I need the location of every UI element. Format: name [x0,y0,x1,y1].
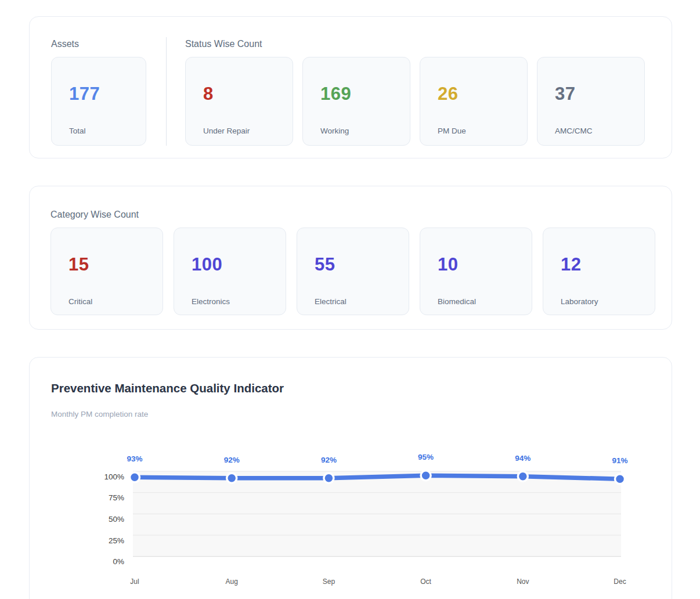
stat-tile-amc-cmc: 37 AMC/CMC [537,57,645,146]
stat-value-total: 177 [69,85,146,103]
stat-label-pm-due: PM Due [438,127,527,135]
stat-value-under-repair: 8 [203,85,293,103]
y-axis-tick-50%: 50% [109,515,124,524]
stat-label-electronics: Electronics [192,297,286,306]
x-axis-tick-Oct: Oct [420,578,431,586]
data-point-Dec[interactable] [615,474,625,484]
stat-tile-biomedical: 10 Biomedical [420,228,532,315]
stat-tile-laboratory: 12 Laboratory [543,228,655,315]
data-label-Jul: 93% [127,454,142,463]
pm-quality-card: Preventive Maintenance Quality Indicator… [29,357,672,599]
stat-value-pm-due: 26 [438,85,527,103]
stat-tile-total: 177 Total [51,57,146,146]
status-section-title: Status Wise Count [185,39,672,49]
stat-value-working: 169 [320,85,410,103]
stat-label-total: Total [69,127,146,135]
category-card: Category Wise Count 15 Critical 100 Elec… [29,186,672,330]
assets-status-card: Assets 177 Total Status Wise Count 8 Und… [29,16,672,158]
y-axis-tick-0%: 0% [113,557,124,566]
x-axis-tick-Jul: Jul [130,578,139,586]
stat-label-working: Working [320,127,410,135]
data-point-Nov[interactable] [518,471,528,481]
x-axis-tick-Dec: Dec [614,578,626,586]
stat-value-laboratory: 12 [561,255,655,273]
stat-tile-critical: 15 Critical [50,228,163,315]
pm-rate-line [135,475,620,479]
data-label-Nov: 94% [515,454,531,463]
stat-tile-under-repair: 8 Under Repair [185,57,293,146]
stat-label-laboratory: Laboratory [561,297,655,306]
stat-tile-pm-due: 26 PM Due [420,57,528,146]
stat-value-electrical: 55 [315,255,409,273]
y-axis-tick-25%: 25% [109,536,124,545]
category-section-title: Category Wise Count [50,210,672,220]
x-axis-tick-Sep: Sep [323,578,335,586]
stat-label-critical: Critical [68,297,163,306]
assets-column: Assets 177 Total [51,39,146,146]
pm-chart-subtitle: Monthly PM completion rate [51,410,672,418]
x-axis-tick-Aug: Aug [226,578,238,586]
status-column: Status Wise Count 8 Under Repair 169 Wor… [185,39,672,146]
data-point-Aug[interactable] [227,473,237,483]
stat-tile-working: 169 Working [302,57,410,146]
stat-label-under-repair: Under Repair [203,127,293,135]
assets-section-title: Assets [51,39,146,49]
data-label-Dec: 91% [612,456,627,465]
stat-tile-electronics: 100 Electronics [174,228,286,315]
data-point-Sep[interactable] [324,473,334,483]
vertical-divider [166,37,167,146]
data-label-Oct: 95% [418,453,434,461]
stat-tile-electrical: 55 Electrical [297,228,409,315]
stat-value-electronics: 100 [192,255,286,273]
data-label-Sep: 92% [321,456,337,464]
y-axis-tick-100%: 100% [104,472,124,481]
stat-label-amc-cmc: AMC/CMC [555,127,644,135]
x-axis-tick-Nov: Nov [517,578,529,586]
pm-chart-title: Preventive Maintenance Quality Indicator [51,381,672,395]
stat-value-amc-cmc: 37 [555,85,644,103]
stat-value-critical: 15 [68,255,163,273]
y-axis-tick-75%: 75% [109,493,124,502]
data-label-Aug: 92% [224,456,240,464]
data-point-Oct[interactable] [421,471,431,481]
stat-label-electrical: Electrical [315,297,409,306]
stat-label-biomedical: Biomedical [438,297,532,306]
pm-quality-chart: 0%25%50%75%100%93%Jul92%Aug92%Sep95%Oct9… [30,448,673,599]
stat-value-biomedical: 10 [438,255,532,273]
data-point-Jul[interactable] [130,472,140,482]
